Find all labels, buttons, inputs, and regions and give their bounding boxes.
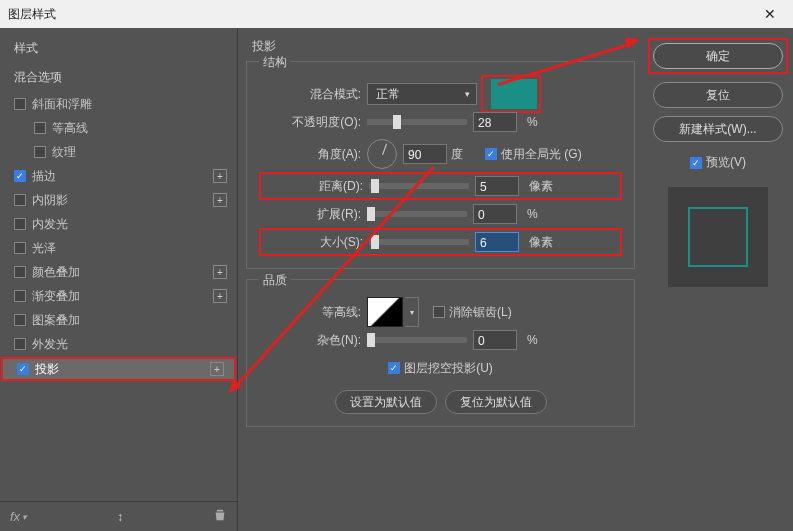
blend-mode-row: 混合模式: 正常 ▾: [259, 80, 622, 108]
size-label: 大小(S):: [261, 234, 369, 251]
structure-fieldset: 结构 混合模式: 正常 ▾ 不透明度(O): 28 %: [246, 61, 635, 269]
distance-row: 距离(D): 5 像素: [259, 172, 622, 200]
sidebar-item-stroke[interactable]: ✓描边 +: [0, 164, 237, 188]
spread-slider[interactable]: [367, 211, 467, 217]
sidebar-item-label: 图案叠加: [32, 312, 80, 329]
preview-label: 预览(V): [706, 154, 746, 171]
checkbox-pattern-overlay[interactable]: [14, 314, 26, 326]
titlebar: 图层样式 ✕: [0, 0, 793, 28]
spread-row: 扩展(R): 0 %: [259, 200, 622, 228]
global-light-checkbox[interactable]: ✓: [485, 148, 497, 160]
checkbox-gradient-overlay[interactable]: [14, 290, 26, 302]
reset-button[interactable]: 复位: [653, 82, 783, 108]
sidebar-item-label: 描边: [32, 168, 56, 185]
ok-button[interactable]: 确定: [653, 43, 783, 69]
noise-unit: %: [523, 333, 555, 347]
global-light-label: 使用全局光 (G): [501, 146, 582, 163]
sidebar-item-color-overlay[interactable]: 颜色叠加 +: [0, 260, 237, 284]
checkbox-satin[interactable]: [14, 242, 26, 254]
sidebar-item-inner-glow[interactable]: 内发光: [0, 212, 237, 236]
annotation-arrow-2-head: [625, 33, 642, 49]
checkbox-inner-shadow[interactable]: [14, 194, 26, 206]
close-button[interactable]: ✕: [755, 4, 785, 24]
sidebar-item-contour[interactable]: 等高线: [0, 116, 237, 140]
checkbox-color-overlay[interactable]: [14, 266, 26, 278]
sidebar-item-outer-glow[interactable]: 外发光: [0, 332, 237, 356]
sidebar-item-label: 投影: [35, 361, 59, 378]
opacity-unit: %: [523, 115, 555, 129]
sidebar-item-inner-shadow[interactable]: 内阴影 +: [0, 188, 237, 212]
opacity-slider[interactable]: [367, 119, 467, 125]
sidebar-item-label: 等高线: [52, 120, 88, 137]
opacity-field[interactable]: 28: [473, 112, 517, 132]
size-field[interactable]: 6: [475, 232, 519, 252]
sidebar-item-label: 外发光: [32, 336, 68, 353]
chevron-down-icon: ▾: [465, 89, 470, 99]
blend-mode-label: 混合模式:: [259, 86, 367, 103]
sidebar-item-gradient-overlay[interactable]: 渐变叠加 +: [0, 284, 237, 308]
checkbox-drop-shadow[interactable]: ✓: [17, 363, 29, 375]
contour-picker[interactable]: [367, 297, 403, 327]
checkbox-outer-glow[interactable]: [14, 338, 26, 350]
right-panel: 确定 复位 新建样式(W)... ✓ 预览(V): [643, 28, 793, 531]
blend-mode-value: 正常: [376, 86, 400, 103]
antialias-checkbox[interactable]: [433, 306, 445, 318]
size-slider[interactable]: [369, 239, 469, 245]
spread-unit: %: [523, 207, 555, 221]
preview-box: [668, 187, 768, 287]
add-gradient-overlay-button[interactable]: +: [213, 289, 227, 303]
angle-field[interactable]: 90: [403, 144, 447, 164]
sidebar-item-pattern-overlay[interactable]: 图案叠加: [0, 308, 237, 332]
angle-unit: 度: [447, 146, 479, 163]
distance-field[interactable]: 5: [475, 176, 519, 196]
sidebar-item-texture[interactable]: 纹理: [0, 140, 237, 164]
checkbox-bevel[interactable]: [14, 98, 26, 110]
knockout-label: 图层挖空投影(U): [404, 360, 493, 377]
add-color-overlay-button[interactable]: +: [213, 265, 227, 279]
sidebar-item-label: 内阴影: [32, 192, 68, 209]
quality-legend: 品质: [259, 272, 291, 289]
panel-title: 投影: [252, 38, 635, 55]
center-panel: 投影 结构 混合模式: 正常 ▾ 不透明度(O): 28 %: [238, 28, 643, 531]
angle-label: 角度(A):: [259, 146, 367, 163]
knockout-checkbox[interactable]: ✓: [388, 362, 400, 374]
sidebar-item-bevel[interactable]: 斜面和浮雕: [0, 92, 237, 116]
add-stroke-button[interactable]: +: [213, 169, 227, 183]
sidebar-item-drop-shadow[interactable]: ✓投影 +: [1, 357, 236, 381]
sidebar-item-label: 内发光: [32, 216, 68, 233]
sidebar-item-label: 颜色叠加: [32, 264, 80, 281]
styles-header[interactable]: 样式: [0, 34, 237, 63]
reorder-icon[interactable]: ↕: [117, 510, 123, 524]
contour-label: 等高线:: [259, 304, 367, 321]
size-unit: 像素: [525, 234, 557, 251]
reset-default-button[interactable]: 复位为默认值: [445, 390, 547, 414]
preview-inner: [688, 207, 748, 267]
checkbox-contour[interactable]: [34, 122, 46, 134]
set-default-button[interactable]: 设置为默认值: [335, 390, 437, 414]
window-title: 图层样式: [8, 6, 56, 23]
blend-options[interactable]: 混合选项: [0, 63, 237, 92]
spread-field[interactable]: 0: [473, 204, 517, 224]
contour-dropdown[interactable]: ▾: [405, 297, 419, 327]
preview-checkbox[interactable]: ✓: [690, 157, 702, 169]
checkbox-texture[interactable]: [34, 146, 46, 158]
spread-label: 扩展(R):: [259, 206, 367, 223]
blend-mode-select[interactable]: 正常 ▾: [367, 83, 477, 105]
distance-unit: 像素: [525, 178, 557, 195]
opacity-label: 不透明度(O):: [259, 114, 367, 131]
noise-row: 杂色(N): 0 %: [259, 326, 622, 354]
angle-row: 角度(A): 90 度 ✓ 使用全局光 (G): [259, 140, 622, 168]
checkbox-stroke[interactable]: ✓: [14, 170, 26, 182]
structure-legend: 结构: [259, 54, 291, 71]
checkbox-inner-glow[interactable]: [14, 218, 26, 230]
trash-icon[interactable]: [213, 508, 227, 525]
sidebar-item-label: 纹理: [52, 144, 76, 161]
add-inner-shadow-button[interactable]: +: [213, 193, 227, 207]
noise-field[interactable]: 0: [473, 330, 517, 350]
add-drop-shadow-button[interactable]: +: [210, 362, 224, 376]
sidebar-item-satin[interactable]: 光泽: [0, 236, 237, 260]
fx-menu[interactable]: fx▾: [10, 509, 27, 524]
angle-dial[interactable]: [367, 139, 397, 169]
new-style-button[interactable]: 新建样式(W)...: [653, 116, 783, 142]
noise-slider[interactable]: [367, 337, 467, 343]
